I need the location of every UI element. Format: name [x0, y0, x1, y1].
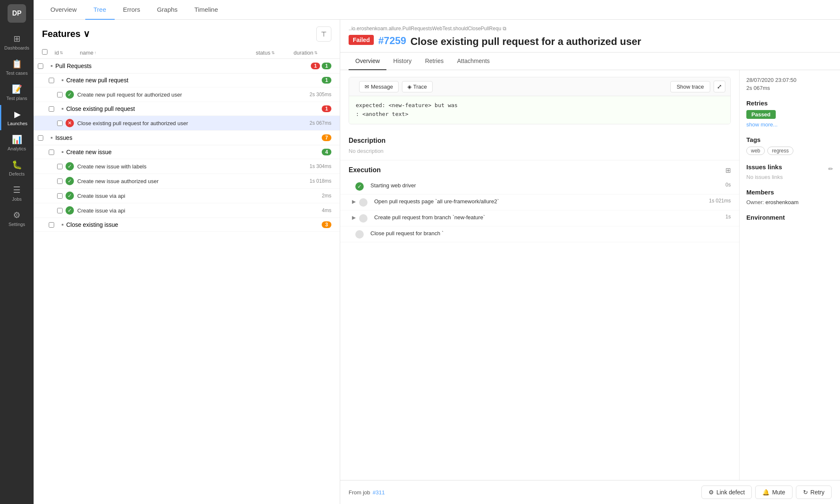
show-more-link[interactable]: show more...	[746, 121, 833, 128]
group-name-create-pr: Create new pull request	[66, 77, 322, 84]
sidebar-item-analytics[interactable]: 📊 Analytics	[0, 130, 34, 155]
message-section: ✉ Message ◈ Trace Show trace ⤢	[349, 77, 731, 124]
settings-icon: ⚙	[13, 210, 21, 220]
tab-errors[interactable]: Errors	[115, 0, 149, 20]
checkbox-issue-api2[interactable]	[57, 208, 63, 213]
detail-test-id: #7259	[378, 35, 406, 47]
tab-overview[interactable]: Overview	[42, 0, 85, 20]
child-group-close-pr[interactable]: ▪ Close existing pull request 1	[34, 102, 340, 116]
checkbox-issue-labels[interactable]	[57, 164, 63, 169]
edit-icon[interactable]: ✏	[828, 165, 833, 172]
from-job-label: From job	[349, 489, 370, 496]
test-name-close-pr-auth: Close existing pull request for authoriz…	[77, 120, 298, 126]
status-pass-icon: ✓	[66, 206, 74, 215]
tab-tree[interactable]: Tree	[85, 0, 115, 20]
folder-icon: ▪	[61, 148, 64, 156]
detail-body: ✉ Message ◈ Trace Show trace ⤢	[340, 70, 840, 480]
chevron-right-icon[interactable]: ▶	[352, 214, 356, 220]
tab-graphs[interactable]: Graphs	[149, 0, 186, 20]
test-row-create-pr-auth[interactable]: ✓ Create new pull request for authorized…	[34, 87, 340, 102]
grid-icon[interactable]: ⊞	[725, 166, 731, 174]
checkbox-issue-auth[interactable]	[57, 178, 63, 184]
checkbox-issue-api1[interactable]	[57, 193, 63, 199]
link-defect-button[interactable]: ⚙ Link defect	[701, 486, 752, 499]
sidebar-item-test-plans[interactable]: 📝 Test plans	[0, 80, 34, 105]
owner-name: eroshenkoam	[766, 199, 799, 205]
step-status-neutral-icon	[359, 198, 368, 207]
test-duration-issue-api2: 4ms	[298, 207, 331, 213]
detail-tab-attachments[interactable]: Attachments	[450, 52, 496, 70]
trace-button[interactable]: ◈ Trace	[402, 81, 433, 92]
group-name-create-issue: Create new issue	[66, 149, 322, 155]
checkbox-create-issue[interactable]	[49, 150, 54, 155]
show-trace-button[interactable]: Show trace	[670, 81, 710, 92]
checkbox-pull-requests[interactable]	[38, 63, 43, 69]
tab-timeline[interactable]: Timeline	[186, 0, 226, 20]
step-2[interactable]: ▶ Open pull requests page `all ure-frame…	[340, 194, 739, 210]
group-issues[interactable]: ▪ Issues 7	[34, 131, 340, 145]
test-row-issue-api2[interactable]: ✓ Create issue via api 4ms	[34, 203, 340, 218]
launches-icon: ▶	[14, 109, 21, 119]
select-all-checkbox[interactable]	[42, 49, 47, 55]
retries-title: Retries	[746, 100, 833, 107]
checkbox-test-create-pr-auth[interactable]	[57, 92, 63, 97]
sidebar-item-test-cases[interactable]: 📋 Test cases	[0, 55, 34, 80]
test-duration-issue-labels: 1s 304ms	[298, 163, 331, 169]
checkbox-issues[interactable]	[38, 135, 43, 141]
child-group-close-issue[interactable]: ▪ Close existing issue 3	[34, 218, 340, 232]
step-1[interactable]: ✓ Starting web driver 0s	[340, 178, 739, 194]
step-3[interactable]: ▶ Create pull request from branch `new-f…	[340, 210, 739, 226]
detail-title-text: Close existing pull request for a author…	[410, 35, 641, 48]
features-title[interactable]: Features ∨	[42, 29, 90, 39]
checkbox-close-pr[interactable]	[49, 106, 54, 112]
bottom-bar: From job #311 ⚙ Link defect 🔔 Mute ↻ Ret…	[340, 480, 840, 504]
sidebar-label-defects: Defects	[9, 171, 24, 176]
expand-button[interactable]: ⤢	[714, 81, 725, 92]
test-name-create-pr-auth: Create new pull request for authorized u…	[77, 92, 298, 98]
environment-title: Environment	[746, 214, 833, 221]
retry-button[interactable]: ↻ Retry	[796, 486, 832, 499]
copy-icon[interactable]: ⧉	[503, 26, 507, 32]
status-pass-icon: ✓	[66, 177, 74, 185]
sidebar-item-defects[interactable]: 🐛 Defects	[0, 155, 34, 181]
sidebar-item-dashboards[interactable]: ⊞ Dashboards	[0, 29, 34, 55]
sidebar-label-test-plans: Test plans	[6, 96, 27, 101]
tags-row: web regress	[746, 147, 833, 155]
step-status-pass-icon: ✓	[355, 182, 364, 191]
detail-tab-retries[interactable]: Retries	[418, 52, 450, 70]
chevron-right-icon[interactable]: ▶	[352, 198, 356, 205]
badge-failed-pull-requests: 1	[311, 63, 320, 69]
detail-header: ..io.eroshenkoam.allure.PullRequestsWebT…	[340, 20, 840, 52]
sort-id-icon: ⇅	[60, 50, 63, 55]
test-row-issue-labels[interactable]: ✓ Create new issue with labels 1s 304ms	[34, 159, 340, 174]
filter-button[interactable]: ⊤	[316, 26, 331, 42]
detail-title-row: Failed #7259 Close existing pull request…	[349, 35, 832, 48]
sidebar-item-jobs[interactable]: ☰ Jobs	[0, 181, 34, 206]
mute-button[interactable]: 🔔 Mute	[755, 486, 792, 499]
child-group-create-pr[interactable]: ▪ Create new pull request 1	[34, 74, 340, 87]
test-row-issue-api1[interactable]: ✓ Create issue via api 2ms	[34, 189, 340, 203]
message-toolbar: ✉ Message ◈ Trace Show trace ⤢	[349, 77, 730, 96]
members-section: Members Owner: eroshenkoam	[746, 189, 833, 205]
detail-tab-history[interactable]: History	[386, 52, 418, 70]
dashboards-icon: ⊞	[13, 34, 21, 44]
step-duration-1: 0s	[706, 182, 731, 188]
step-text-4: Close pull request for branch `	[370, 230, 702, 237]
child-group-create-issue[interactable]: ▪ Create new issue 4	[34, 145, 340, 159]
status-pass-icon: ✓	[66, 162, 74, 171]
detail-tab-overview[interactable]: Overview	[349, 52, 386, 70]
job-link[interactable]: #311	[373, 489, 385, 496]
checkbox-close-issue[interactable]	[49, 222, 54, 228]
sidebar-item-launches[interactable]: ▶ Launches	[0, 105, 34, 130]
checkbox-test-close-pr-auth[interactable]	[57, 121, 63, 126]
group-pull-requests[interactable]: ▪ Pull Requests 1 1	[34, 59, 340, 74]
step-4[interactable]: Close pull request for branch `	[340, 226, 739, 242]
message-button[interactable]: ✉ Message	[359, 81, 399, 92]
sidebar-item-settings[interactable]: ⚙ Settings	[0, 206, 34, 231]
test-row-close-pr-auth[interactable]: ✕ Close existing pull request for author…	[34, 116, 340, 131]
analytics-icon: 📊	[12, 134, 22, 144]
test-row-issue-auth[interactable]: ✓ Create new issue authorized user 1s 01…	[34, 174, 340, 189]
checkbox-create-pr[interactable]	[49, 78, 54, 83]
test-name-issue-auth: Create new issue authorized user	[77, 178, 298, 184]
message-content: expected: <new-feature> but was : <anoth…	[349, 96, 730, 124]
